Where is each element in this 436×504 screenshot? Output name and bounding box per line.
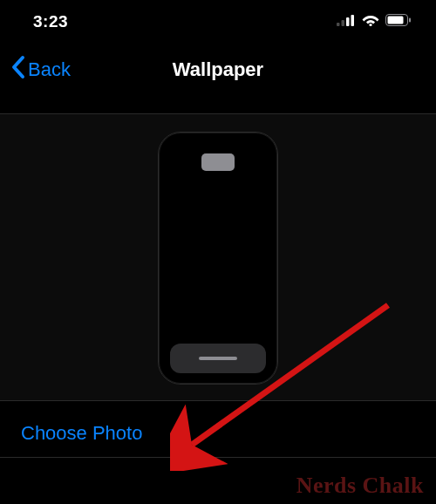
cellular-icon [337, 14, 356, 30]
svg-rect-6 [388, 17, 404, 24]
phone-notch-icon [201, 153, 235, 171]
svg-rect-7 [409, 18, 411, 23]
home-indicator-icon [199, 357, 237, 360]
status-bar: 3:23 [0, 0, 436, 40]
battery-icon [385, 14, 412, 30]
choose-photo-button[interactable]: Choose Photo [0, 401, 436, 458]
phone-dock-icon [170, 344, 266, 373]
svg-rect-2 [346, 17, 350, 26]
watermark: Nerds Chalk [296, 473, 424, 499]
chevron-left-icon [10, 55, 26, 85]
svg-point-4 [369, 24, 371, 26]
wallpaper-preview-section [0, 113, 436, 401]
back-button[interactable]: Back [10, 55, 71, 85]
status-time: 3:23 [33, 12, 68, 31]
svg-rect-0 [337, 23, 340, 26]
back-label: Back [28, 58, 71, 81]
phone-preview [158, 132, 278, 385]
navigation-bar: Back Wallpaper [0, 45, 436, 94]
page-title: Wallpaper [173, 58, 263, 81]
svg-rect-3 [351, 15, 355, 26]
wifi-icon [362, 14, 379, 30]
status-indicators [337, 14, 412, 30]
choose-photo-label: Choose Photo [21, 422, 142, 444]
svg-rect-1 [342, 20, 345, 26]
